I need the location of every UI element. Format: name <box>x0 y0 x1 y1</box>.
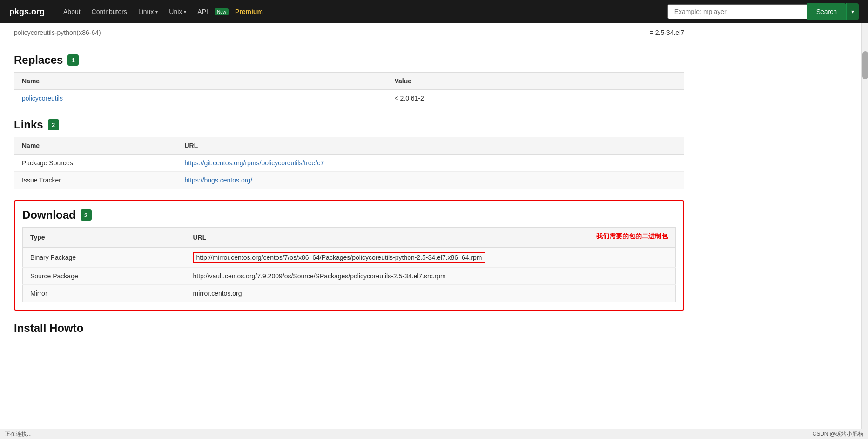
download-header-row: Type URL 我们需要的包的二进制包 <box>23 228 676 248</box>
annotation-text: 我们需要的包的二进制包 <box>596 232 668 241</box>
nav-about[interactable]: About <box>59 5 85 18</box>
links-row1-url[interactable]: https://git.centos.org/rpms/policycoreut… <box>185 159 324 167</box>
search-button[interactable]: Search <box>807 3 846 20</box>
download-title: Download 2 <box>22 209 676 222</box>
download-url-label: URL <box>193 234 207 241</box>
replaces-col-value: Value <box>387 73 684 90</box>
replaces-table: Name Value policycoreutils < 2.0.61-2 <box>14 72 684 107</box>
search-input[interactable] <box>667 4 807 19</box>
nav-unix[interactable]: Unix <box>164 5 191 18</box>
download-source-label: Source Package <box>23 268 186 285</box>
download-source-url: http://vault.centos.org/7.9.2009/os/Sour… <box>186 268 676 285</box>
version-value: = 2.5-34.el7 <box>650 29 684 36</box>
download-count: 2 <box>81 209 92 221</box>
install-title-text: Install Howto <box>14 322 83 335</box>
binary-url-highlighted[interactable]: http://mirror.centos.org/centos/7/os/x86… <box>193 252 485 263</box>
links-heading: Links <box>14 118 43 131</box>
main-content: policycoreutils-python(x86-64) = 2.5-34.… <box>0 23 698 354</box>
nav-links: About Contributors Linux Unix API New Pr… <box>59 5 667 18</box>
download-heading: Download <box>22 209 76 222</box>
links-section: Links 2 Name URL Package Sources https:/… <box>14 118 684 189</box>
search-area: Search ▾ <box>667 3 859 20</box>
replaces-header-row: Name Value <box>14 73 684 90</box>
download-col-url: URL 我们需要的包的二进制包 <box>186 228 676 248</box>
links-title: Links 2 <box>14 118 684 131</box>
table-row: Issue Tracker https://bugs.centos.org/ <box>14 172 684 189</box>
package-name: policycoreutils-python(x86-64) <box>14 29 101 36</box>
links-col-name: Name <box>14 137 177 155</box>
links-row2-name: Issue Tracker <box>14 172 177 189</box>
replaces-heading: Replaces <box>14 54 63 67</box>
links-row2-url[interactable]: https://bugs.centos.org/ <box>185 176 253 184</box>
links-col-url: URL <box>177 137 684 155</box>
replaces-count: 1 <box>67 54 79 66</box>
table-row: Source Package http://vault.centos.org/7… <box>23 268 676 285</box>
nav-api[interactable]: API <box>193 5 213 18</box>
links-row1-name: Package Sources <box>14 155 177 172</box>
download-binary-label: Binary Package <box>23 248 186 268</box>
download-binary-url-cell: http://mirror.centos.org/centos/7/os/x86… <box>186 248 676 268</box>
table-row: Binary Package http://mirror.centos.org/… <box>23 248 676 268</box>
table-row: policycoreutils < 2.0.61-2 <box>14 90 684 107</box>
install-heading: Install Howto <box>14 322 684 335</box>
replaces-col-name: Name <box>14 73 387 90</box>
navbar: pkgs.org About Contributors Linux Unix A… <box>0 0 868 23</box>
download-mirror-url: mirror.centos.org <box>186 285 676 302</box>
table-row: Mirror mirror.centos.org <box>23 285 676 302</box>
links-count: 2 <box>48 119 59 130</box>
nav-linux[interactable]: Linux <box>134 5 162 18</box>
replaces-title: Replaces 1 <box>14 54 684 67</box>
download-table: Type URL 我们需要的包的二进制包 Binary Package http… <box>22 227 676 302</box>
brand-logo[interactable]: pkgs.org <box>9 7 45 17</box>
search-dropdown-button[interactable]: ▾ <box>846 3 859 20</box>
replaces-name-link[interactable]: policycoreutils <box>22 95 63 102</box>
replaces-section: Replaces 1 Name Value policycoreutils < … <box>14 54 684 107</box>
scrollbar[interactable] <box>861 23 868 354</box>
download-section: Download 2 Type URL 我们需要的包的二进制包 Binary P <box>14 200 684 311</box>
nav-premium[interactable]: Premium <box>230 5 268 18</box>
links-table: Name URL Package Sources https://git.cen… <box>14 137 684 189</box>
nav-contributors[interactable]: Contributors <box>87 5 132 18</box>
replaces-value: < 2.0.61-2 <box>387 90 684 107</box>
new-badge: New <box>215 8 229 15</box>
top-row: policycoreutils-python(x86-64) = 2.5-34.… <box>14 23 684 42</box>
download-mirror-label: Mirror <box>23 285 186 302</box>
links-header-row: Name URL <box>14 137 684 155</box>
install-section: Install Howto <box>14 322 684 335</box>
scrollbar-thumb[interactable] <box>862 51 868 79</box>
download-col-type: Type <box>23 228 186 248</box>
table-row: Package Sources https://git.centos.org/r… <box>14 155 684 172</box>
